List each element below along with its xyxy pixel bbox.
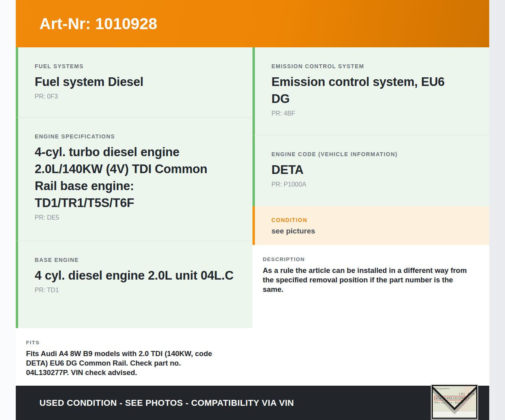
left-column: FUEL SYSTEMS Fuel system Diesel PR: 0F3 … bbox=[16, 47, 252, 386]
footer-text: USED CONDITION - SEE PHOTOS - COMPATIBIL… bbox=[39, 398, 294, 408]
card-label: EMISSION CONTROL SYSTEM bbox=[271, 63, 473, 69]
card-label: CONDITION bbox=[271, 217, 473, 223]
card-pr-code: PR: TD1 bbox=[35, 287, 237, 294]
card-engine-code: ENGINE CODE (VEHICLE INFORMATION) DETA P… bbox=[252, 135, 489, 206]
card-emission-control: EMISSION CONTROL SYSTEM Emission control… bbox=[252, 47, 489, 135]
description-text: As a rule the article can be installed i… bbox=[263, 266, 473, 294]
card-fits: FITS Fits Audi A4 8W B9 models with 2.0 … bbox=[16, 331, 252, 385]
card-label: FITS bbox=[26, 340, 237, 345]
envelope-icon bbox=[433, 386, 476, 418]
card-engine-specifications: ENGINE SPECIFICATIONS 4-cyl. turbo diese… bbox=[16, 117, 252, 241]
page-root: Art-Nr: 1010928 FUEL SYSTEMS Fuel system… bbox=[16, 0, 489, 420]
card-title: 4-cyl. turbo diesel engine 2.0L/140KW (4… bbox=[35, 144, 208, 211]
card-title: Fuel system Diesel bbox=[35, 73, 237, 90]
card-title: DETA bbox=[271, 161, 473, 178]
article-number: Art-Nr: 1010928 bbox=[39, 15, 157, 33]
card-description: DESCRIPTION As a rule the article can be… bbox=[252, 248, 489, 386]
card-label: ENGINE SPECIFICATIONS bbox=[35, 133, 237, 140]
card-condition: CONDITION see pictures bbox=[252, 206, 489, 245]
card-label: BASE ENGINE bbox=[35, 257, 237, 263]
card-title: 4 cyl. diesel engine 2.0L unit 04L.C bbox=[35, 267, 237, 284]
vin-stamp-image: Fahrgestellnr. |4| A|A W1K71463J3129B 7 … bbox=[432, 385, 477, 419]
content: FUEL SYSTEMS Fuel system Diesel PR: 0F3 … bbox=[16, 47, 489, 386]
card-base-engine: BASE ENGINE 4 cyl. diesel engine 2.0L un… bbox=[16, 241, 252, 328]
card-pr-code: PR: 4BF bbox=[271, 110, 473, 117]
condition-value: see pictures bbox=[271, 227, 473, 235]
card-label: ENGINE CODE (VEHICLE INFORMATION) bbox=[271, 151, 473, 157]
card-pr-code: PR: P1000A bbox=[271, 181, 473, 188]
card-pr-code: PR: DE5 bbox=[35, 214, 237, 221]
card-label: DESCRIPTION bbox=[263, 256, 473, 262]
footer-banner: USED CONDITION - SEE PHOTOS - COMPATIBIL… bbox=[16, 386, 489, 420]
card-label: FUEL SYSTEMS bbox=[35, 63, 237, 69]
card-title: Emission control system, EU6 DG bbox=[271, 73, 445, 107]
card-fuel-systems: FUEL SYSTEMS Fuel system Diesel PR: 0F3 bbox=[16, 47, 252, 117]
card-pr-code: PR: 0F3 bbox=[35, 93, 237, 100]
header-banner: Art-Nr: 1010928 bbox=[16, 0, 489, 47]
fits-text: Fits Audi A4 8W B9 models with 2.0 TDI (… bbox=[26, 349, 219, 377]
right-column: EMISSION CONTROL SYSTEM Emission control… bbox=[252, 47, 489, 386]
